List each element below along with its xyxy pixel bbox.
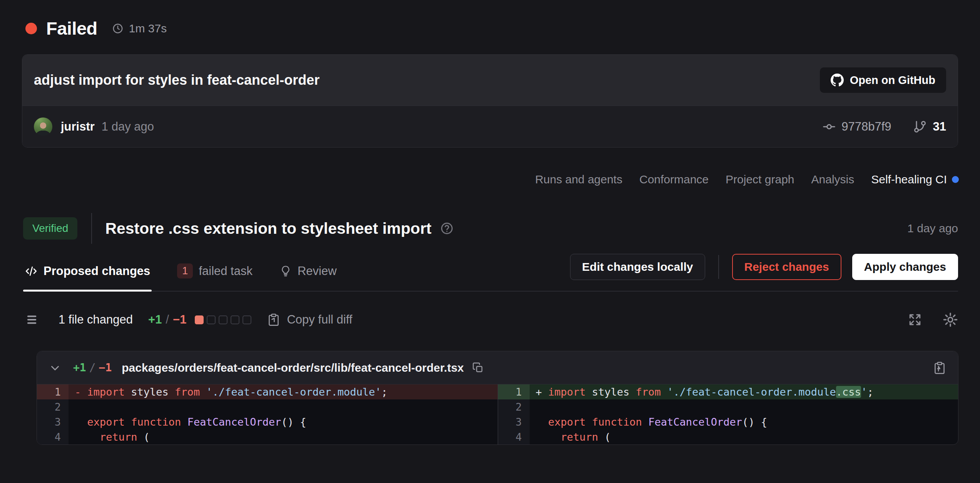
notification-dot xyxy=(952,176,959,183)
code-icon xyxy=(25,265,38,278)
top-nav: Runs and agentsConformanceProject graphA… xyxy=(0,148,980,186)
clipboard-icon xyxy=(933,361,947,375)
code-line: - import styles from './feat-cancel-orde… xyxy=(69,384,498,399)
files-changed-label: 1 file changed xyxy=(59,313,133,327)
nav-item-label: Analysis xyxy=(811,173,855,186)
tabs: Proposed changes1failed taskReview xyxy=(23,256,362,291)
file-delta: +1 / −1 xyxy=(73,362,112,373)
copy-full-diff-label: Copy full diff xyxy=(287,313,352,327)
actions-divider xyxy=(718,255,719,279)
diff-pane-old: 1- import styles from './feat-cancel-ord… xyxy=(37,384,498,444)
commit-card-header: adjust import for styles in feat-cancel-… xyxy=(22,55,958,106)
github-icon xyxy=(831,74,844,87)
tab-label: Proposed changes xyxy=(43,264,150,278)
self-healing-ci-page: Failed 1m 37s adjust import for styles i… xyxy=(0,0,980,483)
diff-line: 4 return ( xyxy=(498,429,958,444)
lightbulb-icon xyxy=(279,265,292,277)
code-line: + import styles from './feat-cancel-orde… xyxy=(530,384,958,399)
reject-changes-button[interactable]: Reject changes xyxy=(732,254,841,280)
diff-toolbar-right xyxy=(908,312,958,328)
build-status-label: Failed xyxy=(46,18,97,39)
build-status-row: Failed 1m 37s xyxy=(0,0,980,39)
gear-icon[interactable] xyxy=(942,312,958,328)
diff-line: 3 export function FeatCancelOrder() { xyxy=(37,414,498,429)
progress-square xyxy=(195,315,204,324)
open-on-github-button[interactable]: Open on GitHub xyxy=(820,67,946,93)
delta-slash: / xyxy=(166,313,169,327)
menu-icon[interactable] xyxy=(25,312,42,328)
code-line: export function FeatCancelOrder() { xyxy=(530,414,958,429)
commit-meta-group: 9778b7f9 31 xyxy=(822,120,946,134)
line-number: 1 xyxy=(37,384,69,399)
commit-hash[interactable]: 9778b7f9 xyxy=(841,120,891,134)
copy-file-diff-button[interactable] xyxy=(933,361,947,375)
line-number: 4 xyxy=(37,429,69,444)
progress-square xyxy=(231,315,239,324)
code-line: export function FeatCancelOrder() { xyxy=(69,414,498,429)
code-line: return ( xyxy=(69,429,498,444)
tab-proposed-changes[interactable]: Proposed changes xyxy=(23,256,152,291)
diff-file-header[interactable]: +1 / −1 packages/orders/feat-cancel-orde… xyxy=(37,351,958,384)
line-number: 3 xyxy=(498,414,530,429)
tabs-row: Proposed changes1failed taskReview Edit … xyxy=(23,254,958,292)
line-number: 2 xyxy=(498,399,530,414)
vertical-divider xyxy=(91,213,92,244)
file-deletions: −1 xyxy=(99,362,112,373)
failed-count-badge: 1 xyxy=(177,263,193,278)
file-path: packages/orders/feat-cancel-order/src/li… xyxy=(122,361,464,374)
clipboard-icon xyxy=(267,313,281,327)
fix-header: Verified Restore .css extension to style… xyxy=(23,213,958,244)
edit-changes-locally-button[interactable]: Edit changes locally xyxy=(570,254,705,280)
commit-card: adjust import for styles in feat-cancel-… xyxy=(22,54,958,148)
nav-item-runs-and-agents[interactable]: Runs and agents xyxy=(535,173,622,186)
additions-count: +1 xyxy=(148,313,162,327)
nav-item-self-healing-ci[interactable]: Self-healing CI xyxy=(871,173,959,186)
nav-item-project-graph[interactable]: Project graph xyxy=(726,173,794,186)
author-name: juristr xyxy=(61,120,95,134)
diff-toolbar: 1 file changed +1 / −1 Copy full diff xyxy=(25,312,958,328)
tab-review[interactable]: Review xyxy=(278,256,338,291)
tab-failed-task[interactable]: 1failed task xyxy=(176,256,254,291)
file-delta-slash: / xyxy=(89,362,96,373)
copy-full-diff-button[interactable]: Copy full diff xyxy=(267,313,352,327)
commit-title: adjust import for styles in feat-cancel-… xyxy=(34,72,319,88)
copy-icon[interactable] xyxy=(472,362,484,374)
diff-line: 1+ import styles from './feat-cancel-ord… xyxy=(498,384,958,399)
fix-title: Restore .css extension to stylesheet imp… xyxy=(105,220,431,238)
clock-icon xyxy=(112,23,124,34)
line-number: 4 xyxy=(498,429,530,444)
chevron-down-icon[interactable] xyxy=(48,361,62,374)
diff-body: 1- import styles from './feat-cancel-ord… xyxy=(37,384,958,444)
code-line: return ( xyxy=(530,429,958,444)
verified-badge: Verified xyxy=(23,217,77,240)
author-avatar[interactable] xyxy=(34,117,52,136)
progress-square xyxy=(219,315,227,324)
diff-file-panel: +1 / −1 packages/orders/feat-cancel-orde… xyxy=(37,351,958,445)
action-buttons: Edit changes locally Reject changes Appl… xyxy=(570,254,958,291)
nav-item-conformance[interactable]: Conformance xyxy=(639,173,709,186)
branch-count[interactable]: 31 xyxy=(933,120,946,134)
diff-line: 2 xyxy=(37,399,498,414)
apply-changes-button[interactable]: Apply changes xyxy=(852,254,958,280)
build-duration: 1m 37s xyxy=(129,22,167,35)
diff-pane-new: 1+ import styles from './feat-cancel-ord… xyxy=(498,384,958,444)
tab-label: Review xyxy=(298,264,337,278)
branch-icon xyxy=(913,120,927,134)
tab-label: failed task xyxy=(199,264,253,278)
expand-icon[interactable] xyxy=(908,312,922,327)
diff-line: 1- import styles from './feat-cancel-ord… xyxy=(37,384,498,399)
nav-item-label: Self-healing CI xyxy=(871,173,947,186)
progress-square xyxy=(207,315,216,324)
help-icon[interactable] xyxy=(440,221,454,235)
commit-author-group: juristr 1 day ago xyxy=(34,117,154,136)
diff-line: 2 xyxy=(498,399,958,414)
open-on-github-label: Open on GitHub xyxy=(850,74,935,87)
diff-progress-squares xyxy=(195,315,251,324)
commit-time: 1 day ago xyxy=(102,120,154,134)
fix-time: 1 day ago xyxy=(907,222,958,235)
nav-item-label: Project graph xyxy=(726,173,794,186)
diff-line: 4 return ( xyxy=(37,429,498,444)
line-number: 2 xyxy=(37,399,69,414)
nav-item-analysis[interactable]: Analysis xyxy=(811,173,855,186)
nav-item-label: Conformance xyxy=(639,173,709,186)
